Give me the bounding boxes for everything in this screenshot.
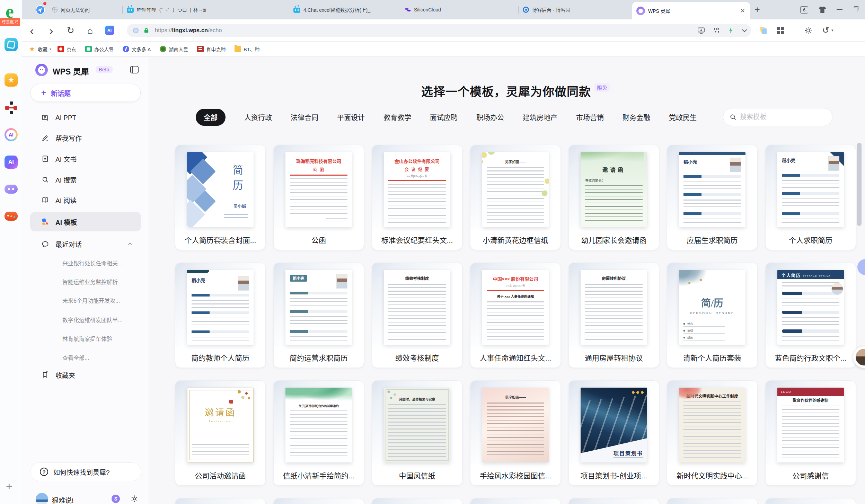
bookmark-item[interactable]: 肖申克种 xyxy=(197,46,226,53)
search-input[interactable] xyxy=(740,113,820,121)
tab-active[interactable]: WPS 灵犀✕ xyxy=(632,2,750,19)
template-card[interactable]: 邀请函Invitation公司活动邀请函 xyxy=(175,380,266,486)
category-tab-法律合同[interactable]: 法律合同 xyxy=(291,112,318,122)
speed-boost-icon[interactable] xyxy=(729,27,733,34)
rail-icon-gamepad[interactable] xyxy=(5,212,18,221)
undo-restore-icon[interactable]: ↺ xyxy=(822,26,829,35)
membership-badge-icon[interactable]: S xyxy=(112,495,120,503)
recent-conversation[interactable]: 智能运维业务监控解析 xyxy=(62,277,142,286)
user-avatar[interactable] xyxy=(36,493,48,504)
sidebar-collapse-icon[interactable] xyxy=(130,66,139,73)
sidebar-item-ai-阅读[interactable]: AI 阅读 xyxy=(30,190,141,210)
bookmark-item[interactable]: 办公人导 xyxy=(85,46,114,53)
theme-skin-icon[interactable] xyxy=(819,7,826,13)
template-card[interactable] xyxy=(470,498,561,504)
favorites-star-icon[interactable]: ★ xyxy=(29,45,35,53)
category-tab-党政民生[interactable]: 党政民生 xyxy=(669,112,697,122)
refresh-button[interactable]: ↻ xyxy=(61,26,80,35)
recent-conversation[interactable]: 未来6个月功能开发攻... xyxy=(62,296,142,304)
login-account-badge[interactable]: 登录账号 xyxy=(0,18,20,26)
category-tab-建筑房地产[interactable]: 建筑房地产 xyxy=(523,112,557,122)
template-card[interactable] xyxy=(175,498,266,504)
template-card[interactable]: 稻小壳简约运营求职简历 xyxy=(273,263,364,368)
category-tab-财务金融[interactable]: 财务金融 xyxy=(623,112,650,122)
template-card[interactable]: 见字如面——手绘风水彩校园图信... xyxy=(470,380,561,486)
rail-icon-wps-plugin[interactable] xyxy=(5,38,18,51)
template-card[interactable]: 金山办公软件有限公司会 议 纪 要××发[20××]××号标准会议纪要红头文..… xyxy=(372,145,462,250)
minimize-icon[interactable] xyxy=(837,9,842,10)
reader-mode-icon[interactable] xyxy=(133,28,139,33)
template-card[interactable]: 简/历PERSONAL RESUME姓名电话邮箱清新个人简历套装 xyxy=(667,263,758,368)
template-card[interactable]: 邀请函尊敬的家长：幼儿园家长会邀请函 xyxy=(568,145,659,250)
send-to-device-icon[interactable] xyxy=(697,26,705,35)
template-card[interactable] xyxy=(667,498,758,504)
bookmark-item[interactable]: 京东 xyxy=(58,46,76,53)
template-card[interactable]: 年终总结 xyxy=(372,498,462,504)
template-card[interactable]: 项目策划书项目策划书-创业项... xyxy=(568,380,659,486)
template-card[interactable] xyxy=(765,498,856,504)
category-tab-市场营销[interactable]: 市场营销 xyxy=(576,112,604,122)
category-tab-教育教学[interactable]: 教育教学 xyxy=(383,112,411,122)
bookmark-item[interactable]: 湖南人民 xyxy=(160,46,188,53)
category-tab-职场办公[interactable]: 职场办公 xyxy=(476,112,504,122)
bookmark-item[interactable]: 文多多 A xyxy=(123,46,151,53)
tab[interactable]: 哔哩哔哩（゜-゜）つロ 干杯~-bi xyxy=(123,0,289,19)
new-tab-button[interactable]: + xyxy=(750,0,765,19)
template-card[interactable]: 稻小壳简约教师个人简历 xyxy=(175,263,266,368)
template-card[interactable] xyxy=(568,498,659,504)
apps-grid-icon[interactable] xyxy=(777,27,780,30)
template-card[interactable]: LOGO致合作伙伴的感谢信公司感谢信 xyxy=(765,380,856,486)
restore-window-icon[interactable] xyxy=(853,8,857,12)
sidebar-item-ai-模板[interactable]: AI 模板 xyxy=(30,212,141,231)
template-card[interactable]: 月圆时，遥寄相思与安康中国风信纸 xyxy=(372,380,462,486)
undo-dropdown-caret[interactable]: ▾ xyxy=(831,28,833,33)
pinned-tab[interactable] xyxy=(33,0,48,19)
qr-code-icon[interactable] xyxy=(714,28,720,33)
template-card[interactable]: 见字如面——小清新黄花边框信纸 xyxy=(470,145,561,250)
address-bar[interactable]: https://lingxi.wps.cn/echo xyxy=(127,24,751,37)
tab-count-box[interactable]: 6 xyxy=(800,6,808,14)
rail-icon-ai-ring[interactable] xyxy=(5,128,18,141)
new-topic-button[interactable]: + 新话题 xyxy=(30,84,141,102)
template-card[interactable] xyxy=(273,498,364,504)
template-card[interactable]: 个人简历PERSONAL RESUME蓝色简约行政文职个... xyxy=(765,263,856,368)
bookmarks-root-label[interactable]: 收藏 xyxy=(38,46,47,53)
template-card[interactable]: 珠海稻壳科技有限公司公 函公函 xyxy=(273,145,364,250)
template-card[interactable]: 新时代文明实践中心工作制度新时代文明实践中心... xyxy=(667,380,758,486)
template-card[interactable]: 中国××× 股份有限公司××字 20××××号关于 xxx 人事任命的通知人事任… xyxy=(470,263,561,368)
template-card[interactable]: 稻小壳应届生求职简历 xyxy=(667,145,758,250)
recent-conversation[interactable]: 兴业银行处长任命相关... xyxy=(62,259,142,267)
copy-pages-icon[interactable] xyxy=(760,27,767,34)
tab[interactable]: 网页无法访问 xyxy=(48,0,122,19)
ai-assistant-button[interactable]: AI xyxy=(100,26,119,35)
rail-icon-star[interactable] xyxy=(5,73,18,87)
help-button[interactable]: ? 如何快速找到灵犀? xyxy=(30,462,141,481)
recent-conversation[interactable]: 林肯航海家提车体验 xyxy=(62,334,142,343)
category-tab-人资行政[interactable]: 人资行政 xyxy=(244,112,272,122)
sidebar-item-帮我写作[interactable]: 帮我写作 xyxy=(30,128,141,148)
scrollbar-thumb[interactable] xyxy=(857,143,862,226)
rail-icon-widget[interactable] xyxy=(5,185,18,194)
category-tab-全部[interactable]: 全部 xyxy=(196,109,226,126)
floating-widget-blue[interactable] xyxy=(857,259,865,275)
template-card[interactable]: 绩效考核制度绩效考核制度 xyxy=(372,263,462,368)
recent-conversation[interactable]: 数字化运维研发团队半... xyxy=(62,316,142,324)
recent-view-all[interactable]: 查看全部... xyxy=(62,353,142,362)
template-card[interactable]: 关于[项目名称]合作的诚挚邀约信纸小清新手绘简约... xyxy=(273,380,364,486)
address-bar-expand-icon[interactable] xyxy=(742,27,747,32)
rail-icon-mindmap[interactable] xyxy=(5,101,18,114)
rail-icon-ai-square[interactable] xyxy=(5,156,18,169)
category-tab-面试应聘[interactable]: 面试应聘 xyxy=(430,112,458,122)
bookmarks-caret-icon[interactable]: ▾ xyxy=(50,47,51,51)
home-button[interactable]: ⌂ xyxy=(80,26,100,35)
template-card[interactable]: 简历吴小娟个人简历套装含封面... xyxy=(175,145,266,250)
sidebar-item-最近对话[interactable]: 最近对话 xyxy=(30,234,141,254)
sidebar-item-ai-ppt[interactable]: AI PPT xyxy=(30,108,141,127)
display-mode-icon[interactable] xyxy=(804,26,812,35)
template-search[interactable] xyxy=(723,108,832,126)
chevron-up-icon[interactable] xyxy=(127,241,133,247)
sidebar-item-ai-搜索[interactable]: AI 搜索 xyxy=(30,170,141,189)
tab[interactable]: SiliconCloud xyxy=(401,0,518,19)
bookmark-item[interactable]: BT、种 xyxy=(235,46,259,53)
template-card[interactable]: 稻小壳个人求职简历 xyxy=(765,145,856,250)
